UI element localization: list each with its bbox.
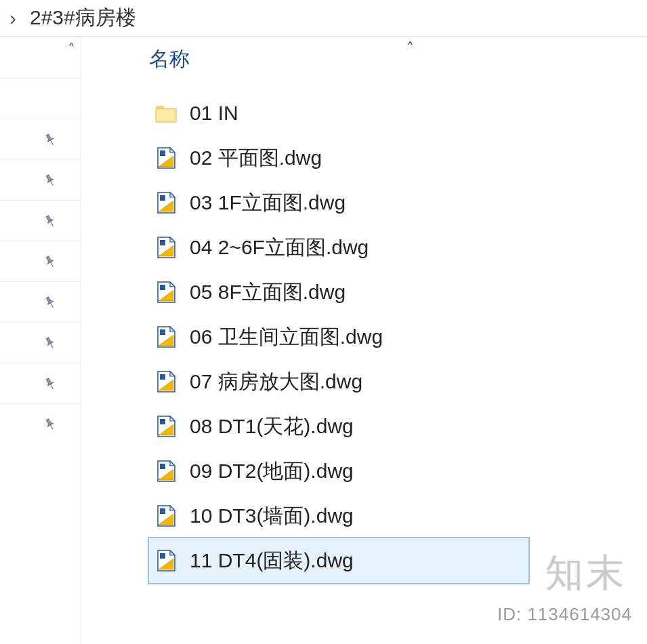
- watermark-id: ID: 1134614304: [497, 604, 632, 625]
- file-list: 01 IN 02 平面图.dwg 03 1F立面图.dwg 04 2~6F立面图…: [149, 91, 647, 583]
- dwg-file-icon: [154, 549, 178, 572]
- pin-icon: [39, 331, 62, 355]
- file-row[interactable]: 06 卫生间立面图.dwg: [149, 315, 647, 359]
- file-name-label: 07 病房放大图.dwg: [190, 368, 362, 396]
- folder-icon: [154, 102, 178, 125]
- svg-rect-2: [160, 150, 165, 156]
- sort-caret-icon[interactable]: ˄: [406, 40, 414, 58]
- file-row[interactable]: 07 病房放大图.dwg: [149, 359, 647, 404]
- svg-rect-3: [160, 195, 165, 201]
- file-row[interactable]: 04 2~6F立面图.dwg: [149, 225, 647, 270]
- dwg-file-icon: [154, 370, 178, 393]
- file-row[interactable]: 10 DT3(墙面).dwg: [149, 494, 647, 538]
- nav-quick-access-slot[interactable]: [0, 241, 81, 281]
- file-name-label: 05 8F立面图.dwg: [190, 279, 346, 306]
- dwg-file-icon: [154, 504, 178, 527]
- breadcrumb[interactable]: › 2#3#病房楼: [0, 0, 647, 37]
- column-header-name-label: 名称: [149, 45, 190, 73]
- pin-icon: [39, 291, 62, 314]
- svg-rect-6: [160, 329, 165, 335]
- file-row[interactable]: 05 8F立面图.dwg: [149, 270, 647, 315]
- dwg-file-icon: [154, 460, 178, 483]
- svg-rect-7: [160, 374, 165, 380]
- file-row[interactable]: 02 平面图.dwg: [149, 136, 647, 180]
- pin-icon: [39, 169, 62, 192]
- svg-rect-5: [160, 285, 165, 290]
- file-row[interactable]: 03 1F立面图.dwg: [149, 180, 647, 225]
- nav-quick-access-slot[interactable]: [0, 403, 81, 444]
- pin-icon: [39, 413, 62, 436]
- nav-quick-access-slot[interactable]: [0, 322, 81, 363]
- svg-rect-1: [156, 108, 176, 122]
- svg-rect-11: [160, 553, 165, 559]
- pin-icon: [39, 250, 62, 273]
- navigation-pane[interactable]: ˄: [0, 37, 81, 644]
- svg-rect-9: [160, 464, 165, 469]
- file-name-label: 06 卫生间立面图.dwg: [190, 323, 383, 351]
- file-name-label: 11 DT4(固装).dwg: [190, 547, 354, 575]
- dwg-file-icon: [154, 415, 178, 438]
- file-name-label: 03 1F立面图.dwg: [190, 189, 346, 217]
- column-header-name[interactable]: 名称: [149, 45, 647, 73]
- file-row[interactable]: 09 DT2(地面).dwg: [149, 449, 647, 494]
- pin-icon: [39, 372, 62, 395]
- file-name-label: 10 DT3(墙面).dwg: [190, 502, 354, 530]
- dwg-file-icon: [154, 325, 178, 348]
- file-row[interactable]: 11 DT4(固装).dwg: [149, 538, 528, 583]
- svg-rect-4: [160, 240, 165, 245]
- watermark-logo: 知末: [545, 548, 627, 599]
- svg-rect-10: [160, 508, 165, 514]
- pin-icon: [39, 209, 62, 233]
- file-list-pane[interactable]: ˄ 名称 01 IN 02 平面图.dwg 03 1F立面图.dwg 04 2~…: [81, 37, 647, 644]
- nav-quick-access-slot[interactable]: [0, 363, 81, 403]
- svg-rect-8: [160, 419, 165, 424]
- dwg-file-icon: [154, 236, 178, 259]
- breadcrumb-location[interactable]: 2#3#病房楼: [30, 4, 136, 32]
- nav-quick-access-slot[interactable]: [0, 200, 81, 241]
- file-name-label: 01 IN: [190, 102, 238, 125]
- breadcrumb-chevron-icon: ›: [9, 7, 16, 30]
- dwg-file-icon: [154, 146, 178, 169]
- file-row[interactable]: 08 DT1(天花).dwg: [149, 404, 647, 449]
- nav-quick-access-slot[interactable]: [0, 119, 81, 159]
- dwg-file-icon: [154, 281, 178, 304]
- folder-row[interactable]: 01 IN: [149, 91, 647, 136]
- nav-quick-access-slot[interactable]: [0, 78, 81, 119]
- nav-quick-access-slot[interactable]: [0, 159, 81, 200]
- file-name-label: 08 DT1(天花).dwg: [190, 413, 354, 441]
- file-name-label: 04 2~6F立面图.dwg: [190, 234, 369, 262]
- file-name-label: 02 平面图.dwg: [190, 144, 322, 172]
- nav-quick-access-slot[interactable]: [0, 281, 81, 322]
- navpane-collapse-icon[interactable]: ˄: [68, 41, 75, 59]
- pin-icon: [39, 128, 62, 151]
- file-name-label: 09 DT2(地面).dwg: [190, 458, 354, 485]
- dwg-file-icon: [154, 191, 178, 214]
